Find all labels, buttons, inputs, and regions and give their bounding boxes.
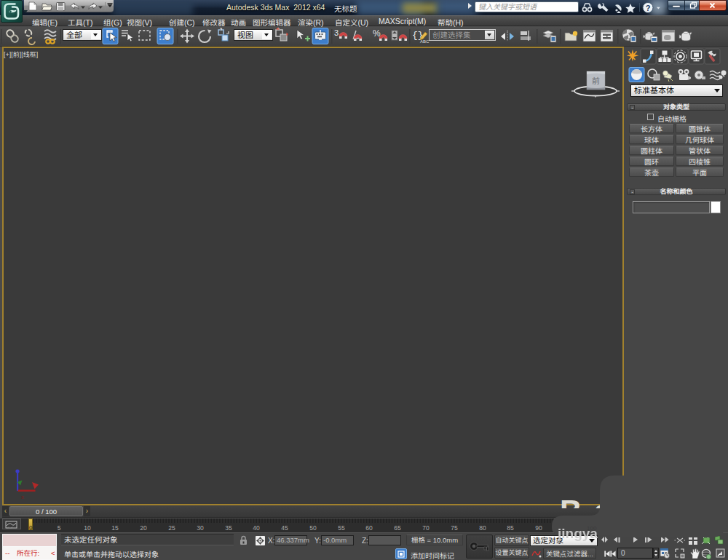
svg-text:60: 60 bbox=[365, 524, 373, 532]
svg-text:80: 80 bbox=[479, 524, 486, 532]
svg-text:30: 30 bbox=[197, 524, 204, 532]
svg-text:10: 10 bbox=[84, 524, 91, 532]
svg-text:5: 5 bbox=[58, 524, 61, 532]
svg-text:75: 75 bbox=[451, 524, 458, 532]
svg-text:x: x bbox=[21, 494, 24, 500]
svg-text:前: 前 bbox=[592, 76, 600, 85]
svg-text:40: 40 bbox=[253, 524, 260, 532]
svg-text:55: 55 bbox=[338, 524, 345, 532]
svg-text:?: ? bbox=[646, 4, 651, 12]
svg-text:35: 35 bbox=[225, 524, 232, 532]
svg-text:25: 25 bbox=[168, 524, 175, 532]
svg-text:15: 15 bbox=[111, 524, 119, 532]
svg-text:20: 20 bbox=[140, 524, 147, 532]
svg-text:45: 45 bbox=[281, 524, 288, 532]
svg-text:90: 90 bbox=[535, 524, 542, 532]
svg-text:65: 65 bbox=[394, 524, 401, 532]
svg-text:70: 70 bbox=[422, 524, 430, 532]
svg-text:50: 50 bbox=[309, 524, 317, 532]
svg-text:3: 3 bbox=[334, 28, 339, 37]
svg-text:85: 85 bbox=[507, 524, 514, 532]
